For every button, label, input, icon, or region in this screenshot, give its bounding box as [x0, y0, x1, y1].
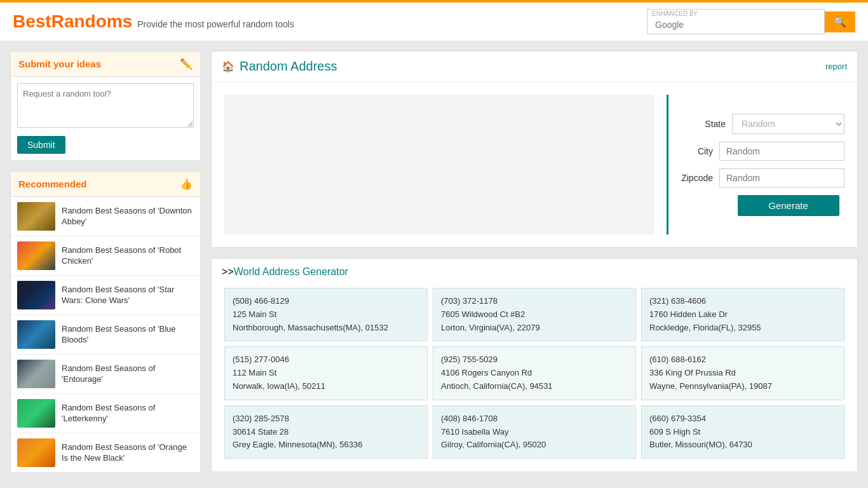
home-icon: 🏠 [222, 60, 234, 72]
address-card: (703) 372-1178 7605 Wildwood Ct #B2 Lort… [433, 288, 636, 341]
submit-button[interactable]: Submit [17, 136, 65, 154]
address-card: (515) 277-0046 112 Main St Norwalk, Iowa… [224, 346, 428, 400]
edit-icon: ✏️ [180, 58, 193, 70]
address-phone: (610) 688-6162 [649, 353, 836, 367]
recommended-item[interactable]: Random Best Seasons of 'Star Wars: Clone… [11, 276, 200, 315]
state-row: State RandomAlabamaAlaskaArizonaCaliforn… [681, 114, 844, 134]
search-button[interactable]: 🔍 [825, 11, 855, 32]
card-header: 🏠 Random Address report [212, 51, 857, 82]
recommended-label: Random Best Seasons of 'Letterkenny' [62, 403, 194, 424]
address-card: (660) 679-3354 609 S High St Butler, Mis… [641, 405, 844, 459]
recommended-item[interactable]: Random Best Seasons of 'Orange Is the Ne… [11, 433, 200, 473]
submit-section: Submit your ideas ✏️ Submit [10, 51, 201, 161]
zipcode-input[interactable] [719, 168, 844, 187]
address-card: (508) 466-8129 125 Main St Northborough,… [224, 288, 428, 341]
city-label: City [681, 146, 713, 156]
recommended-thumb [17, 241, 55, 270]
address-city: Antioch, California(CA), 94531 [441, 380, 628, 393]
controls-area: State RandomAlabamaAlaskaArizonaCaliforn… [212, 82, 857, 247]
address-phone: (320) 285-2578 [233, 412, 419, 426]
address-street: 112 Main St [233, 367, 419, 380]
city-input[interactable] [719, 142, 844, 161]
report-link[interactable]: report [825, 62, 847, 71]
address-card: (321) 638-4606 1760 Hidden Lake Dr Rockl… [641, 288, 844, 341]
recommended-thumb [17, 202, 55, 231]
search-input[interactable] [647, 9, 825, 34]
page-title-row: 🏠 Random Address [222, 59, 337, 74]
address-street: 609 S High St [649, 426, 836, 439]
submit-textarea[interactable] [17, 83, 194, 128]
address-city: Wayne, Pennsylvania(PA), 19087 [649, 380, 836, 393]
layout: Submit your ideas ✏️ Submit Recommended … [0, 41, 868, 488]
recommended-label: Random Best Seasons of 'Robot Chicken' [62, 245, 194, 267]
recommended-item[interactable]: Random Best Seasons of 'Robot Chicken' [11, 236, 200, 276]
recommended-label: Random Best Seasons of 'Orange Is the Ne… [62, 442, 194, 464]
address-card: (925) 755-5029 4106 Rogers Canyon Rd Ant… [433, 346, 636, 400]
address-street: 7605 Wildwood Ct #B2 [441, 308, 628, 322]
recommended-item[interactable]: Random Best Seasons of 'Blue Bloods' [11, 315, 200, 355]
address-city: Norwalk, Iowa(IA), 50211 [233, 380, 419, 393]
recommended-item[interactable]: Random Best Seasons of 'Letterkenny' [11, 394, 200, 433]
address-city: Grey Eagle, Minnesota(MN), 56336 [233, 438, 419, 452]
map-placeholder [224, 95, 654, 234]
address-city: Butler, Missouri(MO), 64730 [649, 438, 836, 452]
recommended-label: Random Best Seasons of 'Downton Abbey' [62, 206, 194, 227]
zipcode-label: Zipcode [681, 173, 713, 183]
search-input-wrapper: ENHANCED BY [647, 9, 825, 34]
recommended-thumb [17, 360, 55, 388]
recommended-thumb [17, 320, 55, 349]
page-title: Random Address [240, 59, 337, 74]
address-street: 336 King Of Prussia Rd [649, 367, 836, 380]
address-phone: (508) 466-8129 [233, 295, 419, 308]
main-content: 🏠 Random Address report State RandomAlab… [211, 51, 858, 484]
address-street: 4106 Rogers Canyon Rd [441, 367, 628, 380]
address-city: Northborough, Massachusetts(MA), 01532 [233, 322, 419, 335]
address-phone: (703) 372-1178 [441, 295, 628, 308]
address-phone: (925) 755-5029 [441, 353, 628, 367]
state-label: State [681, 119, 726, 129]
address-street: 125 Main St [233, 308, 419, 322]
recommended-section: Recommended 👍 Random Best Seasons of 'Do… [10, 171, 201, 473]
recommended-label: Random Best Seasons of 'Blue Bloods' [62, 324, 194, 346]
address-card: (408) 846-1708 7610 Isabella Way Gilroy,… [433, 405, 636, 459]
recommended-section-title: Recommended [18, 179, 87, 189]
recommended-thumb [17, 399, 55, 428]
world-prefix: >> [222, 266, 234, 277]
recommended-label: Random Best Seasons of 'Entourage' [62, 363, 194, 385]
generate-button[interactable]: Generate [738, 195, 839, 216]
site-logo[interactable]: BestRandoms [13, 11, 132, 32]
world-header: >>World Address Generator [212, 259, 857, 285]
address-street: 7610 Isabella Way [441, 426, 628, 439]
address-card: (610) 688-6162 336 King Of Prussia Rd Wa… [641, 346, 844, 400]
world-address-card: >>World Address Generator (508) 466-8129… [211, 258, 858, 472]
search-area: ENHANCED BY 🔍 [647, 9, 855, 34]
random-address-card: 🏠 Random Address report State RandomAlab… [211, 51, 858, 248]
site-tagline: Provide the most powerful random tools [137, 19, 294, 29]
recommended-thumb [17, 281, 55, 309]
address-phone: (515) 277-0046 [233, 353, 419, 367]
state-select[interactable]: RandomAlabamaAlaskaArizonaCaliforniaFlor… [732, 114, 844, 134]
address-phone: (660) 679-3354 [649, 412, 836, 426]
recommended-section-header: Recommended 👍 [11, 172, 200, 197]
controls-form: State RandomAlabamaAlaskaArizonaCaliforn… [667, 95, 844, 234]
city-row: City [681, 142, 844, 161]
recommended-label: Random Best Seasons of 'Star Wars: Clone… [62, 285, 194, 306]
logo-area: BestRandoms Provide the most powerful ra… [13, 11, 294, 32]
recommended-item[interactable]: Random Best Seasons of 'Entourage' [11, 355, 200, 394]
world-link[interactable]: World Address Generator [234, 266, 348, 277]
address-grid: (508) 466-8129 125 Main St Northborough,… [212, 285, 857, 471]
address-phone: (408) 846-1708 [441, 412, 628, 426]
recommended-thumb [17, 438, 55, 467]
thumbs-up-icon: 👍 [180, 178, 193, 190]
address-street: 1760 Hidden Lake Dr [649, 308, 836, 322]
recommended-list: Random Best Seasons of 'Downton Abbey' R… [11, 197, 200, 473]
submit-section-title: Submit your ideas [18, 58, 101, 69]
submit-section-header: Submit your ideas ✏️ [11, 51, 200, 77]
address-city: Lorton, Virginia(VA), 22079 [441, 322, 628, 335]
site-header: BestRandoms Provide the most powerful ra… [0, 0, 868, 41]
zipcode-row: Zipcode [681, 168, 844, 187]
address-city: Rockledge, Florida(FL), 32955 [649, 322, 836, 335]
recommended-item[interactable]: Random Best Seasons of 'Downton Abbey' [11, 197, 200, 236]
sidebar: Submit your ideas ✏️ Submit Recommended … [10, 51, 201, 484]
address-street: 30614 State 28 [233, 426, 419, 439]
